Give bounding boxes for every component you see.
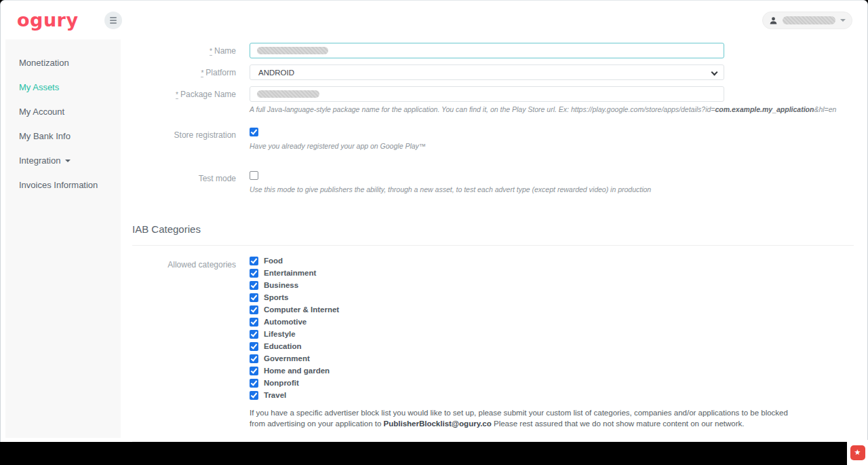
test-mode-help-text: Use this mode to give publishers the abi… (250, 185, 724, 193)
allowed-categories-list: FoodEntertainmentBusinessSportsComputer … (250, 257, 724, 400)
category-row: Home and garden (250, 367, 724, 375)
category-checkbox-entertainment[interactable] (250, 269, 258, 278)
category-row: Business (250, 281, 724, 290)
sidebar-item-label: My Bank Info (19, 131, 71, 141)
package-name-field-label: *Package Name (132, 86, 250, 99)
blocklist-email: PublisherBlocklist@ogury.co (384, 420, 492, 428)
category-row: Automotive (250, 318, 724, 327)
top-bar: ogury (1, 1, 867, 39)
category-label: Home and garden (264, 367, 330, 375)
category-checkbox-nonprofit[interactable] (250, 379, 258, 388)
category-checkbox-education[interactable] (250, 342, 258, 351)
user-icon (769, 16, 778, 25)
category-label: Nonprofit (264, 379, 299, 388)
category-label: Automotive (264, 318, 307, 327)
star-icon: ★ (854, 448, 861, 457)
category-checkbox-home-and-garden[interactable] (250, 367, 258, 375)
test-mode-row: Test mode Use this mode to give publishe… (132, 170, 854, 193)
category-row: Government (250, 354, 724, 363)
package-name-field-row: *Package Name A full Java-language-style… (132, 86, 854, 113)
category-label: Computer & Internet (264, 305, 339, 314)
name-field-row: *Name (132, 43, 854, 58)
category-label: Entertainment (264, 269, 316, 278)
category-row: Entertainment (250, 269, 724, 278)
chevron-down-icon (712, 70, 717, 75)
category-checkbox-sports[interactable] (250, 293, 258, 302)
platform-field-row: *Platform ANDROID (132, 64, 854, 80)
category-label: Business (264, 281, 298, 290)
sidebar-item-invoices-information[interactable]: Invoices Information (5, 172, 121, 197)
sidebar-item-my-bank-info[interactable]: My Bank Info (5, 124, 121, 148)
category-label: Travel (264, 391, 286, 400)
platform-select[interactable]: ANDROID (250, 64, 724, 80)
browser-extension-patch: ★ (847, 440, 868, 465)
store-registration-label: Store registration (132, 127, 250, 140)
name-field-label: *Name (132, 43, 250, 56)
platform-selected-value: ANDROID (258, 69, 294, 77)
sidebar-item-integration[interactable]: Integration (5, 148, 121, 172)
sidebar-item-label: Monetization (19, 58, 69, 68)
bottom-black-bar (0, 442, 868, 465)
category-row: Food (250, 257, 724, 265)
allowed-categories-label: Allowed categories (132, 257, 250, 269)
sidebar-item-monetization[interactable]: Monetization (5, 50, 121, 75)
test-mode-label: Test mode (132, 170, 250, 183)
ogury-logo: ogury (17, 10, 79, 31)
category-label: Sports (264, 293, 288, 302)
required-marker: * (176, 91, 178, 99)
sidebar-item-label: My Account (19, 107, 64, 117)
hamburger-icon (110, 17, 117, 18)
chevron-down-icon (65, 160, 71, 162)
category-checkbox-government[interactable] (250, 354, 258, 363)
store-registration-help-text: Have you already registered your app on … (250, 142, 724, 150)
blocklist-note: If you have a specific advertiser block … (250, 408, 792, 429)
category-row: Education (250, 342, 724, 351)
category-row: Computer & Internet (250, 305, 724, 314)
body-row: MonetizationMy AssetsMy AccountMy Bank I… (1, 39, 867, 442)
category-row: Nonprofit (250, 379, 724, 388)
sidebar-item-my-assets[interactable]: My Assets (5, 75, 121, 99)
package-name-value-redacted (257, 90, 319, 98)
app-window: ogury MonetizationMy AssetsMy AccountMy … (0, 0, 868, 442)
star-extension-button[interactable]: ★ (850, 445, 865, 460)
category-checkbox-computer-internet[interactable] (250, 305, 258, 314)
name-input[interactable] (250, 43, 724, 58)
required-marker: * (201, 69, 203, 77)
sidebar-toggle-button[interactable] (104, 12, 122, 29)
store-registration-row: Store registration Have you already regi… (132, 127, 854, 150)
category-row: Lifestyle (250, 330, 724, 339)
category-checkbox-automotive[interactable] (250, 318, 258, 327)
user-name-redacted (783, 16, 835, 24)
category-label: Government (264, 354, 310, 363)
sidebar-item-label: Integration (19, 155, 60, 166)
allowed-categories-row: Allowed categories FoodEntertainmentBusi… (132, 257, 854, 429)
package-name-input[interactable] (250, 86, 724, 102)
category-row: Travel (250, 391, 724, 400)
iab-categories-heading: IAB Categories (132, 223, 854, 235)
required-marker: * (210, 48, 212, 56)
category-checkbox-business[interactable] (250, 281, 258, 290)
category-checkbox-lifestyle[interactable] (250, 330, 258, 339)
category-label: Education (264, 342, 302, 351)
category-label: Lifestyle (264, 330, 296, 339)
platform-field-label: *Platform (132, 64, 250, 77)
category-label: Food (264, 257, 283, 265)
chevron-down-icon (840, 19, 846, 22)
section-divider (132, 245, 854, 246)
category-row: Sports (250, 293, 724, 302)
test-mode-checkbox[interactable] (250, 171, 258, 180)
category-checkbox-food[interactable] (250, 257, 258, 265)
store-registration-checkbox[interactable] (250, 128, 258, 136)
category-checkbox-travel[interactable] (250, 391, 258, 400)
sidebar-item-label: Invoices Information (19, 180, 98, 190)
package-name-help-text: A full Java-language-style package name … (250, 105, 724, 113)
sidebar-item-label: My Assets (19, 82, 59, 92)
name-value-redacted (257, 47, 328, 54)
sidebar-item-my-account[interactable]: My Account (5, 99, 121, 124)
main-content: *Name *Platform ANDROID (121, 39, 867, 442)
user-menu[interactable] (762, 12, 852, 29)
sidebar-nav: MonetizationMy AssetsMy AccountMy Bank I… (5, 39, 121, 438)
